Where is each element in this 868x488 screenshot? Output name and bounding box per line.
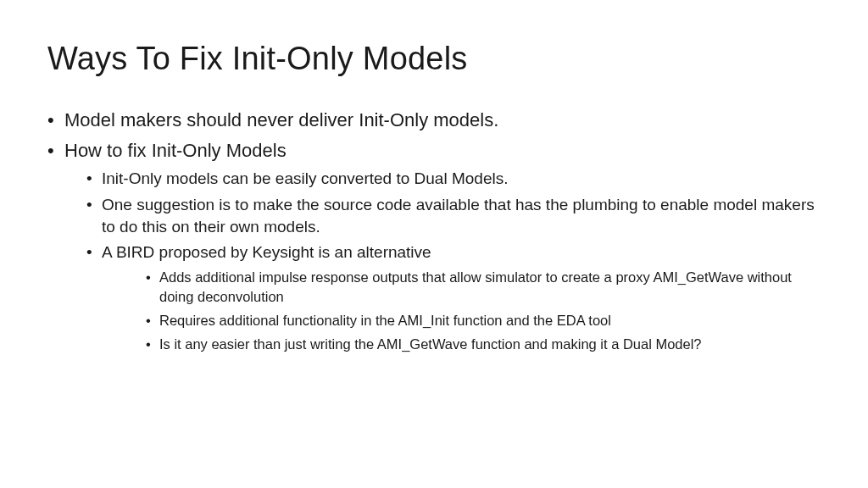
list-item: One suggestion is to make the source cod… (64, 194, 821, 237)
list-item: Init-Only models can be easily converted… (64, 168, 821, 190)
sub-sub-list: Adds additional impulse response outputs… (102, 268, 821, 354)
list-item: Adds additional impulse response outputs… (102, 268, 821, 307)
list-item: Model makers should never deliver Init-O… (47, 108, 821, 133)
bullet-text: Model makers should never deliver Init-O… (64, 109, 498, 130)
bullet-text: Is it any easier than just writing the A… (159, 336, 702, 352)
sub-list: Init-Only models can be easily converted… (64, 168, 821, 354)
list-item: Requires additional functionality in the… (102, 311, 821, 330)
bullet-text: How to fix Init-Only Models (64, 140, 287, 161)
bullet-text: One suggestion is to make the source cod… (102, 196, 815, 236)
list-item: How to fix Init-Only Models Init-Only mo… (47, 138, 821, 355)
slide-title: Ways To Fix Init-Only Models (47, 41, 821, 77)
bullet-list: Model makers should never deliver Init-O… (47, 108, 821, 354)
bullet-text: A BIRD proposed by Keysight is an altern… (102, 243, 431, 261)
bullet-text: Requires additional functionality in the… (159, 313, 611, 328)
bullet-text: Adds additional impulse response outputs… (159, 269, 792, 304)
list-item: A BIRD proposed by Keysight is an altern… (64, 241, 821, 354)
list-item: Is it any easier than just writing the A… (102, 335, 821, 354)
bullet-text: Init-Only models can be easily converted… (102, 169, 508, 187)
